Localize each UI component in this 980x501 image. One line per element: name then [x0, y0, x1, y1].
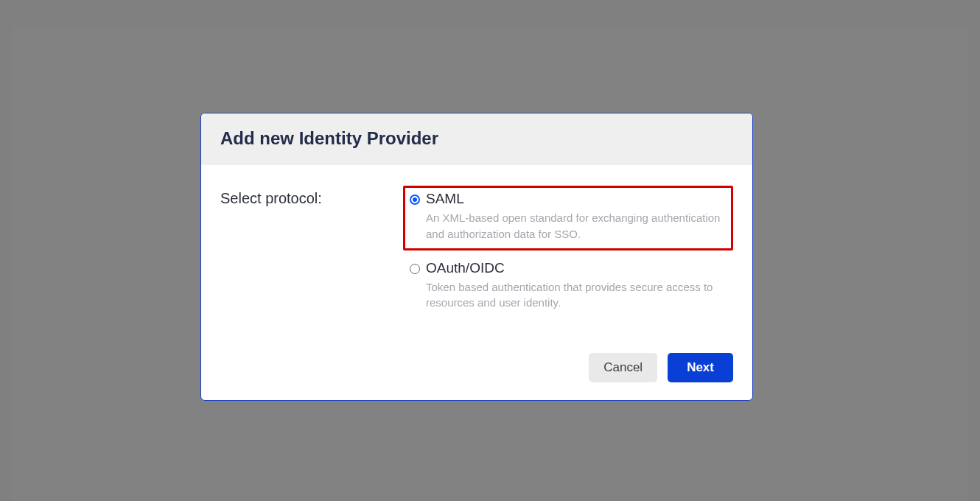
field-label-column: Select protocol:	[220, 186, 403, 319]
option-label: SAML	[426, 191, 464, 207]
option-row: OAuth/OIDC	[410, 260, 724, 276]
dialog-title: Add new Identity Provider	[220, 128, 733, 149]
option-label: OAuth/OIDC	[426, 260, 505, 276]
dialog-body: Select protocol: SAML An XML-based open …	[201, 165, 752, 341]
radio-dot-icon	[413, 197, 417, 202]
add-identity-provider-dialog: Add new Identity Provider Select protoco…	[200, 113, 753, 401]
options-column: SAML An XML-based open standard for exch…	[403, 186, 733, 319]
dialog-header: Add new Identity Provider	[201, 113, 752, 165]
option-description: Token based authentication that provides…	[426, 279, 721, 312]
next-button[interactable]: Next	[668, 353, 733, 382]
radio-icon[interactable]	[410, 264, 420, 274]
select-protocol-label: Select protocol:	[220, 186, 403, 207]
protocol-option-saml[interactable]: SAML An XML-based open standard for exch…	[403, 186, 733, 251]
radio-icon[interactable]	[410, 195, 420, 205]
option-description: An XML-based open standard for exchangin…	[426, 210, 721, 242]
dialog-footer: Cancel Next	[201, 353, 752, 400]
protocol-option-oauth-oidc[interactable]: OAuth/OIDC Token based authentication th…	[403, 255, 733, 320]
cancel-button[interactable]: Cancel	[589, 353, 657, 382]
option-row: SAML	[410, 191, 724, 207]
